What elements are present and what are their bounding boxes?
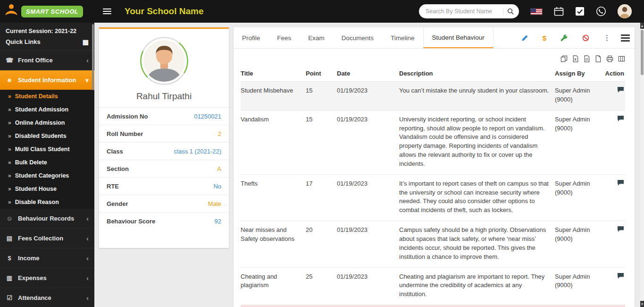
cell-title: Arrogant <box>241 305 306 307</box>
sidebar-item-student-categories[interactable]: »Student Categories <box>0 169 94 182</box>
whatsapp-icon[interactable] <box>596 6 606 17</box>
menu-toggle-icon[interactable] <box>621 33 630 43</box>
scroll-down-button[interactable]: ▼ <box>640 301 644 307</box>
col-date[interactable]: Date <box>337 65 399 81</box>
behaviour-records-icon: ☺ <box>6 215 13 222</box>
admission-no-value[interactable]: 01250021 <box>194 113 221 120</box>
student-detail-card: Profile Fees Exam Documents Timeline Stu… <box>234 27 635 307</box>
tasks-icon[interactable] <box>575 7 585 16</box>
cell-title: Near misses and Safety observations <box>241 221 306 267</box>
cell-assign-by: Super Admin (9000) <box>555 221 596 267</box>
pdf-icon[interactable] <box>595 55 602 62</box>
chevron-left-icon: ‹ <box>86 57 89 64</box>
sidebar-item-student-details[interactable]: »Student Details <box>0 90 94 103</box>
edit-pencil-icon[interactable] <box>521 34 528 42</box>
double-arrow-icon: » <box>8 133 11 139</box>
sidebar-item-front-office[interactable]: ☎ Front Office ‹ <box>0 51 94 70</box>
main-content: Rahul Tirpathi Admission No 01250021 Rol… <box>94 23 640 307</box>
quick-links-grid-icon[interactable]: ▦ <box>83 39 89 45</box>
print-icon[interactable] <box>606 55 613 62</box>
comment-bubble-icon[interactable] <box>617 115 624 125</box>
comment-bubble-icon[interactable] <box>617 273 624 282</box>
col-description[interactable]: Description <box>399 65 555 81</box>
more-dots-icon[interactable]: ⋮ <box>603 34 611 42</box>
sidebar-item-disable-reason[interactable]: »Disable Reason <box>0 196 94 209</box>
copy-icon[interactable] <box>560 55 568 62</box>
rte-value[interactable]: No <box>213 183 221 190</box>
fees-dollar-icon[interactable]: $ <box>543 34 546 42</box>
search-input[interactable] <box>426 8 503 15</box>
tab-student-behaviour[interactable]: Student Behaviour <box>423 27 493 48</box>
cell-title: Vandalism <box>241 111 306 174</box>
disable-icon[interactable] <box>582 34 589 42</box>
sidebar-item-online-admission[interactable]: »Online Admission <box>0 116 94 129</box>
tab-action-icons: $ ⋮ <box>521 27 635 48</box>
cell-title: Thefts <box>241 175 306 221</box>
tab-documents[interactable]: Documents <box>333 27 382 48</box>
fees-collection-icon: ▤ <box>6 235 13 242</box>
columns-icon[interactable] <box>618 55 625 62</box>
sidebar-item-student-admission[interactable]: »Student Admission <box>0 103 94 116</box>
cell-assign-by: Super Admin (9000) <box>555 175 596 221</box>
gender-value[interactable]: Male <box>208 200 221 207</box>
col-point[interactable]: Point <box>306 65 337 81</box>
page-scrollbar: ▲ ▼ <box>640 23 644 307</box>
col-assign-by[interactable]: Assign By <box>555 65 596 81</box>
sidebar-toggle-icon[interactable] <box>100 4 114 18</box>
cell-assign-by: Super Admin (9000) <box>555 305 596 307</box>
cell-point: -10 <box>306 305 337 307</box>
profile-field-section: Section A <box>99 160 229 177</box>
calendar-icon[interactable] <box>554 7 564 16</box>
scrollbar-thumb[interactable] <box>641 30 644 75</box>
quick-links-label: Quick Links <box>6 38 41 45</box>
tab-timeline[interactable]: Timeline <box>382 27 423 48</box>
sidebar-item-attendance[interactable]: ☑ Attendance ‹ <box>0 288 94 307</box>
cell-description: University incident reporting, or school… <box>399 111 555 174</box>
sidebar-item-income[interactable]: $ Income ‹ <box>0 248 94 268</box>
tab-profile[interactable]: Profile <box>234 27 268 48</box>
col-title[interactable]: Title <box>241 65 306 81</box>
cell-description: You can’t mistake the unruly student in … <box>399 305 555 307</box>
cell-description: It’s important to report cases of theft … <box>399 175 555 221</box>
sidebar-scrollbar[interactable] <box>92 24 94 90</box>
user-avatar[interactable] <box>618 4 632 18</box>
table-row: Student Misbehave 15 01/19/2023 You can’… <box>241 82 625 111</box>
cell-date: 01/19/2023 <box>337 111 399 174</box>
language-flag-icon[interactable] <box>530 8 543 15</box>
section-value[interactable]: A <box>217 165 221 172</box>
chevron-left-icon: ‹ <box>86 275 89 281</box>
double-arrow-icon: » <box>8 199 11 205</box>
tabbar: Profile Fees Exam Documents Timeline Stu… <box>234 27 635 49</box>
sidebar-item-student-information[interactable]: ☻ Student Information ▾ <box>0 70 94 90</box>
sidebar-item-fees-collection[interactable]: ▤ Fees Collection ‹ <box>0 229 94 248</box>
sidebar-item-disabled-students[interactable]: »Disabled Students <box>0 129 94 143</box>
csv-icon[interactable] <box>584 55 590 62</box>
excel-icon[interactable] <box>572 55 579 62</box>
chevron-left-icon: ‹ <box>86 255 89 262</box>
roll-number-value[interactable]: 2 <box>218 130 221 137</box>
comment-bubble-icon[interactable] <box>617 179 624 189</box>
cell-description: Campus safety should be a high priority.… <box>399 221 555 267</box>
smart-school-logo[interactable]: SMART SCHOOL <box>0 3 94 20</box>
export-toolbar <box>234 49 635 62</box>
class-value[interactable]: class 1 (2021-22) <box>174 148 221 155</box>
sidebar-item-label: Front Office <box>18 57 53 64</box>
col-action[interactable]: Action <box>596 65 625 81</box>
sidebar-item-bulk-delete[interactable]: »Bulk Delete <box>0 156 94 169</box>
scroll-up-button[interactable]: ▲ <box>640 23 644 29</box>
sidebar-item-behaviour-records[interactable]: ☺ Behaviour Records ‹ <box>0 209 94 229</box>
sidebar-item-multi-class-student[interactable]: »Multi Class Student <box>0 143 94 156</box>
comment-bubble-icon[interactable] <box>617 86 624 96</box>
cell-assign-by: Super Admin (9000) <box>555 82 596 110</box>
tab-exam[interactable]: Exam <box>300 27 333 48</box>
sidebar-item-expenses[interactable]: ▥ Expenses ‹ <box>0 268 94 288</box>
cell-date: 01/19/2023 <box>337 221 399 267</box>
search-icon[interactable] <box>503 8 514 15</box>
behaviour-score-value[interactable]: 92 <box>215 218 221 225</box>
sidebar-item-student-house[interactable]: »Student House <box>0 182 94 196</box>
tab-fees[interactable]: Fees <box>268 27 300 48</box>
comment-bubble-icon[interactable] <box>617 226 624 235</box>
attendance-icon: ☑ <box>6 294 13 301</box>
sidebar-item-label: Behaviour Records <box>18 215 74 222</box>
login-credentials-key-icon[interactable] <box>560 34 568 42</box>
